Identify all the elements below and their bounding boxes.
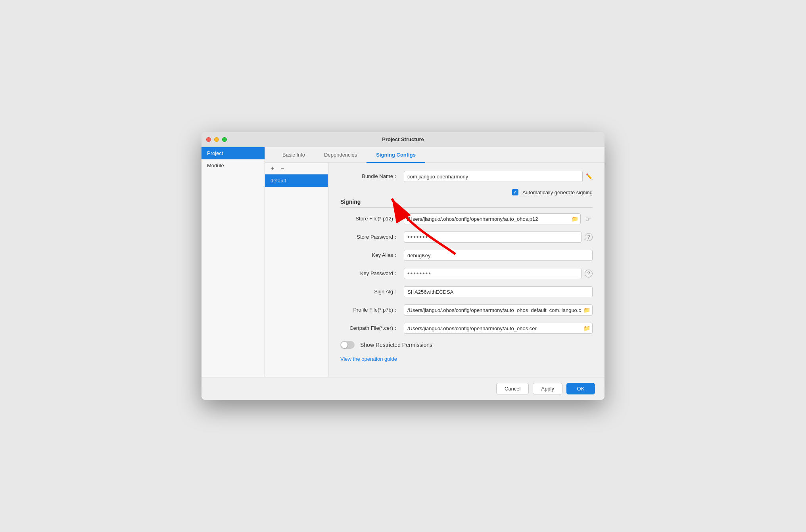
store-password-label: Store Password： [340,233,404,241]
key-alias-label: Key Alias： [340,252,404,259]
window-title: Project Structure [382,136,424,142]
show-restricted-toggle[interactable] [340,341,355,349]
auto-sign-row: Automatically generate signing [340,189,593,195]
store-file-row: Store File(*.p12)： 📁 ☞ [340,213,593,224]
store-password-row: Store Password： ? [340,232,593,243]
bundle-name-label: Bundle Name： [340,173,404,180]
main-content: Basic Info Dependencies Signing Configs … [265,147,604,377]
show-restricted-label: Show Restricted Permissions [360,342,432,348]
config-toolbar: + − [265,163,328,174]
operation-guide-link[interactable]: View the operation guide [340,356,397,362]
key-password-label: Key Password： [340,270,404,277]
window-body: Project Module Basic Info Dependencies S… [202,147,604,377]
operation-guide-container: View the operation guide [340,356,593,362]
key-alias-input[interactable] [404,250,593,261]
certpath-file-label: Certpath File(*.cer)： [340,325,404,332]
profile-file-label: Profile File(*.p7b)： [340,306,404,314]
auto-sign-checkbox[interactable] [512,189,518,195]
ok-button[interactable]: OK [566,383,595,394]
certpath-file-row: Certpath File(*.cer)： 📁 [340,323,593,334]
store-file-label: Store File(*.p12)： [340,215,404,222]
bottom-bar: Cancel Apply OK [202,377,604,400]
form-area: Bundle Name： ✏️ Automatically generate s… [328,163,604,377]
edit-icon[interactable]: ✏️ [586,173,593,180]
sign-alg-row: Sign Alg： [340,286,593,297]
bundle-name-row: Bundle Name： ✏️ [340,171,593,182]
sidebar-item-module[interactable]: Module [202,159,265,172]
bundle-name-input[interactable] [404,171,583,182]
tab-basic-info[interactable]: Basic Info [273,147,315,163]
store-file-folder-icon[interactable]: 📁 [572,216,578,222]
key-password-input[interactable] [404,268,581,279]
profile-file-folder-icon[interactable]: 📁 [583,307,590,313]
certpath-file-input-container: 📁 [404,323,593,334]
sidebar: Project Module [202,147,265,377]
project-structure-window: Project Structure Project Module Basic I… [202,132,604,400]
auto-sign-label: Automatically generate signing [522,189,593,195]
signing-section-header: Signing [340,199,593,208]
store-file-input-wrap: 📁 ☞ [404,213,593,224]
tab-signing-configs[interactable]: Signing Configs [367,147,425,163]
fingerprint-icon[interactable]: ☞ [584,214,593,223]
add-config-button[interactable]: + [269,165,276,172]
tab-dependencies[interactable]: Dependencies [315,147,367,163]
bundle-name-input-wrap: ✏️ [404,171,593,182]
certpath-file-folder-icon[interactable]: 📁 [583,325,590,331]
sign-alg-input-wrap [404,286,593,297]
profile-file-row: Profile File(*.p7b)： 📁 [340,304,593,316]
sidebar-item-project[interactable]: Project [202,147,265,159]
sign-alg-input[interactable] [404,286,593,297]
config-panel: + − default [265,163,328,377]
key-password-input-wrap: ? [404,268,593,279]
profile-file-input-wrap: 📁 [404,304,593,316]
apply-button[interactable]: Apply [533,383,562,394]
traffic-lights [206,137,227,142]
certpath-file-input-wrap: 📁 [404,323,593,334]
titlebar: Project Structure [202,132,604,147]
close-button[interactable] [206,137,211,142]
certpath-file-input[interactable] [404,323,593,334]
config-item-default[interactable]: default [265,174,328,187]
store-password-input[interactable] [404,232,581,243]
key-password-row: Key Password： ? [340,268,593,279]
store-file-input-container: 📁 [404,213,581,224]
key-password-help-icon[interactable]: ? [585,270,593,277]
sign-alg-label: Sign Alg： [340,288,404,295]
cancel-button[interactable]: Cancel [496,383,529,394]
store-file-input[interactable] [404,213,581,224]
content-area: + − default [265,163,604,377]
maximize-button[interactable] [222,137,227,142]
profile-file-input-container: 📁 [404,304,593,316]
store-password-help-icon[interactable]: ? [585,233,593,241]
tab-bar: Basic Info Dependencies Signing Configs [265,147,604,163]
key-alias-input-wrap [404,250,593,261]
show-restricted-row: Show Restricted Permissions [340,341,593,349]
store-password-input-wrap: ? [404,232,593,243]
remove-config-button[interactable]: − [279,165,286,172]
profile-file-input[interactable] [404,304,593,316]
minimize-button[interactable] [214,137,219,142]
key-alias-row: Key Alias： [340,250,593,261]
